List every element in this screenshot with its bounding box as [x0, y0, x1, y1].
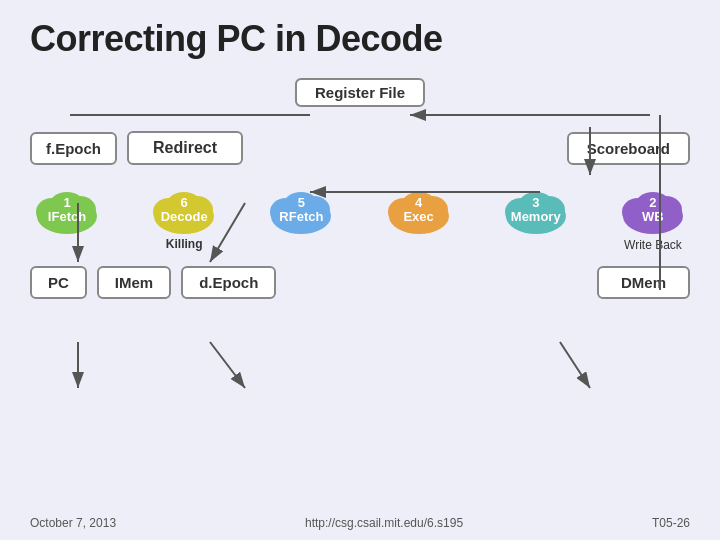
stage-2-num: 2 — [642, 196, 664, 210]
stage-4-name: Exec — [403, 210, 433, 224]
stage-1-name: IFetch — [48, 210, 86, 224]
middle-row: f.Epoch Redirect Scoreboard — [30, 120, 690, 176]
killing-label: Killing — [166, 237, 203, 251]
stage-3-name: Memory — [511, 210, 561, 224]
depoch-box: d.Epoch — [181, 266, 276, 299]
imem-box: IMem — [97, 266, 171, 299]
stage-5-num: 5 — [279, 196, 323, 210]
stage-wb: 2 WB Write Back — [616, 184, 690, 252]
page-title: Correcting PC in Decode — [30, 18, 690, 60]
stages-row: 1 IFetch 6 Decode Killing — [30, 184, 690, 252]
stage-decode: 6 Decode Killing — [147, 184, 221, 251]
footer-url: http://csg.csail.mit.edu/6.s195 — [305, 516, 463, 530]
pc-box: PC — [30, 266, 87, 299]
stage-4-num: 4 — [403, 196, 433, 210]
write-back-label: Write Back — [624, 238, 682, 252]
stage-exec: 4 Exec — [382, 184, 456, 236]
fepoch-box: f.Epoch — [30, 132, 117, 165]
footer: October 7, 2013 http://csg.csail.mit.edu… — [30, 516, 690, 530]
stage-ifetch: 1 IFetch — [30, 184, 104, 236]
bottom-row: PC IMem d.Epoch DMem — [30, 266, 690, 299]
svg-line-35 — [560, 342, 590, 388]
stage-memory: 3 Memory — [499, 184, 573, 236]
stage-1-num: 1 — [48, 196, 86, 210]
footer-slide-num: T05-26 — [652, 516, 690, 530]
register-file-area: Register File — [30, 70, 690, 114]
stage-rfetch: 5 RFetch — [264, 184, 338, 236]
stage-6-name: Decode — [161, 210, 208, 224]
stage-6-num: 6 — [161, 196, 208, 210]
register-file-box: Register File — [295, 78, 425, 107]
footer-date: October 7, 2013 — [30, 516, 116, 530]
redirect-box: Redirect — [127, 131, 243, 165]
scoreboard-box: Scoreboard — [567, 132, 690, 165]
stage-3-num: 3 — [511, 196, 561, 210]
svg-line-33 — [210, 342, 245, 388]
dmem-box: DMem — [597, 266, 690, 299]
stage-2-name: WB — [642, 210, 664, 224]
stage-5-name: RFetch — [279, 210, 323, 224]
